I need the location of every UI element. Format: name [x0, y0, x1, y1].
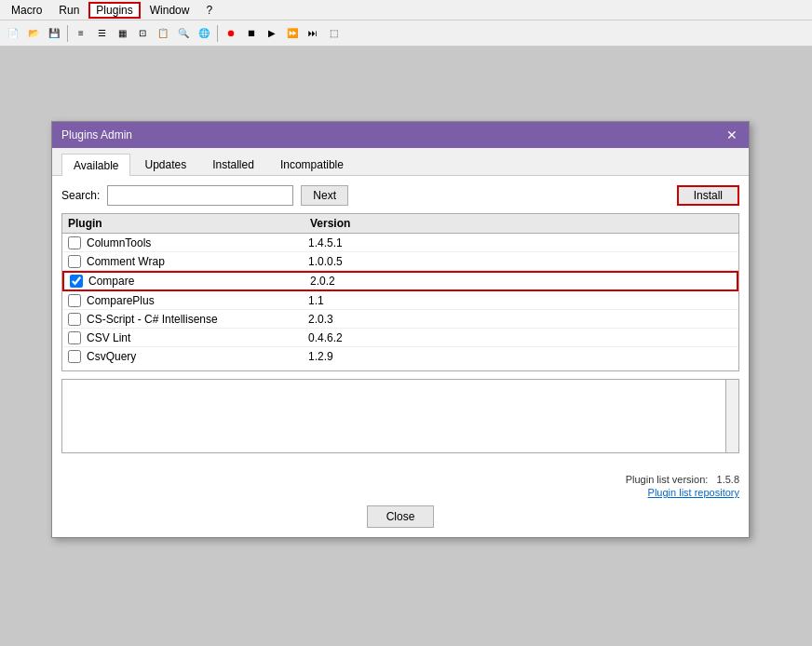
toolbar-save[interactable]: 💾 — [45, 24, 63, 43]
tab-installed[interactable]: Installed — [200, 154, 266, 175]
toolbar-btn-1[interactable]: ≡ — [72, 24, 90, 43]
plugin-version: 1.1 — [308, 294, 383, 307]
footer-version-label: Plugin list version: — [626, 474, 709, 485]
plugin-version: 2.0.3 — [308, 313, 383, 326]
footer-version-info: Plugin list version: 1.5.8 — [61, 474, 739, 485]
plugin-version: 1.2.9 — [308, 350, 383, 363]
toolbar-sep-2 — [217, 25, 218, 42]
table-row[interactable]: CS-Script - C# Intellisense 2.0.3 — [62, 310, 738, 329]
table-row[interactable]: Comment Wrap 1.0.0.5 — [62, 252, 738, 271]
toolbar-stop[interactable]: ⏹ — [242, 24, 261, 43]
plugin-version: 0.4.6.2 — [308, 331, 383, 344]
toolbar-btn-8[interactable]: ⏩ — [283, 24, 302, 43]
toolbar-play[interactable]: ▶ — [263, 24, 281, 43]
dialog-footer: Plugin list version: 1.5.8 Plugin list r… — [52, 470, 749, 537]
menu-window[interactable]: Window — [142, 2, 197, 19]
plugin-checkbox-csvquery[interactable] — [68, 350, 81, 363]
table-row-compare[interactable]: Compare 2.0.2 — [62, 271, 738, 291]
toolbar-sep-1 — [67, 25, 68, 42]
plugin-table-container: Plugin Version ColumnTools 1.4.5.1 Comme… — [61, 213, 739, 371]
plugin-checkbox-csvlint[interactable] — [68, 331, 81, 344]
plugin-name: Compare — [88, 275, 310, 288]
plugin-name: Comment Wrap — [87, 255, 308, 268]
tab-incompatible[interactable]: Incompatible — [268, 154, 356, 175]
plugin-list[interactable]: ColumnTools 1.4.5.1 Comment Wrap 1.0.0.5… — [62, 234, 738, 364]
footer-repo-link[interactable]: Plugin list repository — [61, 487, 739, 498]
plugin-name: ColumnTools — [87, 236, 308, 249]
toolbar-btn-9[interactable]: ⏭ — [304, 24, 322, 43]
plugin-name: ComparePlus — [87, 294, 308, 307]
plugin-checkbox-commentwrap[interactable] — [68, 255, 81, 268]
desc-scrollbar[interactable] — [725, 380, 738, 452]
main-area: Plugins Admin ✕ Available Updates Instal… — [0, 47, 812, 646]
close-button[interactable]: Close — [367, 505, 435, 528]
plugin-table-header: Plugin Version — [62, 214, 738, 234]
menu-plugins[interactable]: Plugins — [88, 2, 140, 19]
menubar: Macro Run Plugins Window ? — [0, 0, 812, 20]
tab-available[interactable]: Available — [61, 154, 130, 176]
toolbar-record[interactable]: ⏺ — [222, 24, 240, 43]
table-row[interactable]: CsvQuery 1.2.9 — [62, 347, 738, 364]
toolbar: 📄 📂 💾 ≡ ☰ ▦ ⊡ 📋 🔍 🌐 ⏺ ⏹ ▶ ⏩ ⏭ ⬚ — [0, 20, 812, 47]
plugin-version: 1.0.0.5 — [308, 255, 383, 268]
dialog-body: Search: Next Install Plugin Version Colu… — [52, 176, 749, 470]
close-row: Close — [61, 505, 739, 528]
menu-macro[interactable]: Macro — [4, 2, 49, 19]
plugin-name: CS-Script - C# Intellisense — [87, 313, 308, 326]
dialog-title: Plugins Admin — [61, 128, 132, 141]
dialog-titlebar: Plugins Admin ✕ — [52, 122, 749, 148]
toolbar-btn-2[interactable]: ☰ — [92, 24, 111, 43]
tab-bar: Available Updates Installed Incompatible — [52, 148, 749, 176]
plugin-name: CSV Lint — [87, 331, 308, 344]
table-row[interactable]: CSV Lint 0.4.6.2 — [62, 329, 738, 347]
search-label: Search: — [61, 189, 100, 202]
menu-help[interactable]: ? — [198, 2, 220, 19]
dialog-close-button[interactable]: ✕ — [724, 128, 739, 141]
menu-run[interactable]: Run — [51, 2, 87, 19]
plugin-version: 2.0.2 — [310, 275, 385, 288]
plugins-admin-dialog: Plugins Admin ✕ Available Updates Instal… — [51, 121, 750, 538]
footer-version-value: 1.5.8 — [717, 474, 739, 485]
toolbar-open[interactable]: 📂 — [24, 24, 43, 43]
plugin-name: CsvQuery — [87, 350, 308, 363]
plugin-checkbox-csscript[interactable] — [68, 313, 81, 326]
col-header-plugin: Plugin — [68, 217, 310, 230]
toolbar-btn-7[interactable]: 🌐 — [195, 24, 213, 43]
plugin-checkbox-compareplus[interactable] — [68, 294, 81, 307]
toolbar-btn-5[interactable]: 📋 — [154, 24, 172, 43]
table-row[interactable]: ColumnTools 1.4.5.1 — [62, 234, 738, 252]
search-row: Search: Next Install — [61, 185, 739, 206]
toolbar-btn-3[interactable]: ▦ — [113, 24, 131, 43]
plugin-checkbox-compare[interactable] — [70, 275, 83, 288]
search-input[interactable] — [107, 185, 293, 206]
plugin-version: 1.4.5.1 — [308, 236, 383, 249]
description-area — [61, 379, 739, 453]
install-button[interactable]: Install — [677, 185, 739, 206]
toolbar-btn-4[interactable]: ⊡ — [133, 24, 152, 43]
toolbar-btn-10[interactable]: ⬚ — [324, 24, 343, 43]
plugin-checkbox-columntools[interactable] — [68, 236, 81, 249]
tab-updates[interactable]: Updates — [132, 154, 198, 175]
table-row[interactable]: ComparePlus 1.1 — [62, 291, 738, 310]
col-header-version: Version — [310, 217, 385, 230]
toolbar-btn-6[interactable]: 🔍 — [174, 24, 193, 43]
toolbar-new[interactable]: 📄 — [4, 24, 22, 43]
next-button[interactable]: Next — [301, 185, 348, 206]
